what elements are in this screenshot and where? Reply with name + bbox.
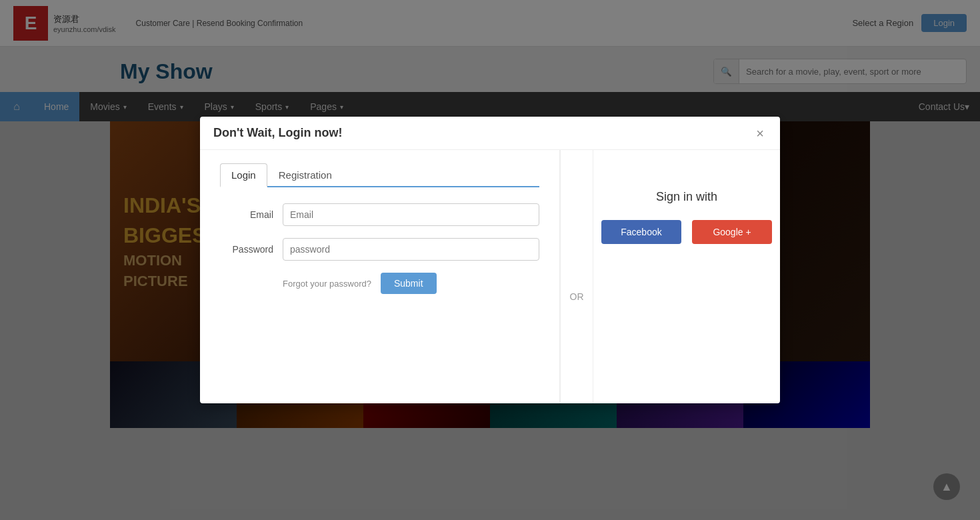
email-form-group: Email: [220, 203, 539, 226]
social-buttons: Facebook Google +: [601, 220, 772, 244]
form-actions: Forgot your password? Submit: [283, 273, 539, 294]
facebook-login-button[interactable]: Facebook: [601, 220, 681, 244]
tab-registration[interactable]: Registration: [267, 163, 343, 186]
modal-body: Login Registration Email Password Forgot…: [200, 150, 780, 403]
email-input[interactable]: [283, 203, 539, 226]
login-modal: Don't Wait, Login now! × Login Registrat…: [200, 117, 780, 403]
password-label: Password: [220, 244, 273, 255]
tab-nav: Login Registration: [220, 163, 539, 187]
tab-login[interactable]: Login: [220, 163, 267, 187]
modal-overlay: Don't Wait, Login now! × Login Registrat…: [0, 0, 980, 520]
or-label: OR: [570, 291, 584, 302]
modal-left: Login Registration Email Password Forgot…: [200, 150, 560, 403]
password-input[interactable]: [283, 238, 539, 261]
or-divider: OR: [560, 150, 593, 403]
google-login-button[interactable]: Google +: [692, 220, 772, 244]
submit-button[interactable]: Submit: [381, 273, 437, 294]
email-label: Email: [220, 209, 273, 220]
modal-right: Sign in with Facebook Google +: [593, 150, 780, 403]
sign-in-title: Sign in with: [656, 190, 717, 204]
password-form-group: Password: [220, 238, 539, 261]
forgot-password-link[interactable]: Forgot your password?: [283, 279, 371, 289]
modal-close-button[interactable]: ×: [753, 127, 767, 140]
modal-title: Don't Wait, Login now!: [213, 126, 343, 140]
modal-header: Don't Wait, Login now! ×: [200, 117, 780, 150]
